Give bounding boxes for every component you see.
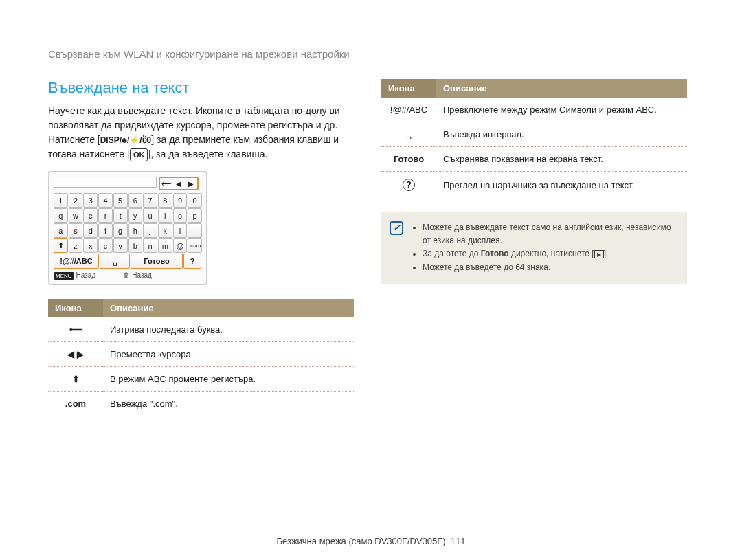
desc-cell: В режим ABC променте регистъра. (103, 367, 354, 392)
key (188, 223, 202, 238)
desc-cell: Премества курсора. (103, 342, 354, 367)
key: r (98, 208, 113, 223)
key: i (158, 208, 172, 223)
key: 0 (188, 193, 202, 208)
key: a (54, 223, 68, 238)
table-row: ◀ ▶Премества курсора. (48, 342, 354, 367)
key: d (83, 223, 98, 238)
th-icon: Икона (48, 299, 103, 317)
icon-table-left: Икона Описание ⟵Изтрива последната буква… (48, 299, 354, 416)
desc-cell: Превключете между режим Символи и режим … (436, 98, 687, 122)
note-box: ✓ Можете да въвеждате текст само на англ… (381, 212, 687, 284)
key: z (69, 238, 83, 253)
key: b (128, 238, 143, 253)
kb-nav: ⟵◀▶ (159, 177, 199, 190)
key: o (173, 208, 188, 223)
desc-cell: Въвежда ".com". (103, 392, 354, 416)
icon-cell: ␣ (381, 122, 436, 147)
intro-text: Научете как да въвеждате текст. Иконите … (48, 104, 354, 161)
key: q (54, 208, 68, 223)
table-row: .comВъвежда ".com". (48, 392, 354, 416)
key: k (158, 223, 172, 238)
icon-cell: ? (381, 172, 436, 199)
key: y (128, 208, 143, 223)
key: t (113, 208, 128, 223)
key: 8 (158, 193, 172, 208)
key: .com (188, 238, 202, 253)
key: m (158, 238, 172, 253)
key: x (83, 238, 98, 253)
icon-cell: .com (48, 392, 103, 416)
table-row: !@#/ABCПревключете между режим Символи и… (381, 98, 687, 122)
ok-icon: OK (130, 148, 148, 161)
key: ⬆ (54, 238, 68, 253)
key: @ (173, 238, 188, 253)
key: 1 (54, 193, 68, 208)
icon-cell: ⬆ (48, 367, 103, 392)
desc-cell: Въвежда интервал. (436, 122, 687, 147)
note-item: Можете да въвеждате текст само на англий… (423, 221, 677, 247)
key: 9 (173, 193, 188, 208)
key: 2 (69, 193, 83, 208)
key: w (69, 208, 83, 223)
page-header: Свързване към WLAN и конфигуриране на мр… (48, 48, 694, 60)
table-row: ␣Въвежда интервал. (381, 122, 687, 147)
key: 6 (128, 193, 143, 208)
key: f (98, 223, 113, 238)
table-row: ?Преглед на наръчника за въвеждане на те… (381, 172, 687, 199)
desc-cell: Преглед на наръчника за въвеждане на тек… (436, 172, 687, 199)
key: g (113, 223, 128, 238)
table-row: ⬆В режим ABC променте регистъра. (48, 367, 354, 392)
key: 4 (98, 193, 113, 208)
note-item: Можете да въведете до 64 знака. (423, 261, 677, 274)
disp-icon: DISP/♣/⚡/ὕ0 (100, 135, 152, 145)
icon-cell: ⟵ (48, 317, 103, 342)
note-icon: ✓ (390, 221, 403, 235)
keyboard-image: ⟵◀▶ 1234567890qwertyuiopasdfghjkl⬆zxcvbn… (48, 171, 207, 285)
desc-cell: Съхранява показания на екрана текст. (436, 147, 687, 172)
th-icon: Икона (381, 79, 436, 98)
note-item: За да отете до Готово директно, натиснет… (423, 247, 677, 260)
key: l (173, 223, 188, 238)
key: v (113, 238, 128, 253)
key: s (69, 223, 83, 238)
section-title: Въвеждане на текст (48, 79, 354, 97)
icon-cell: ◀ ▶ (48, 342, 103, 367)
key: p (188, 208, 202, 223)
key: 3 (83, 193, 98, 208)
icon-cell: !@#/ABC (381, 98, 436, 122)
key: u (143, 208, 157, 223)
th-desc: Описание (103, 299, 354, 317)
key: 7 (143, 193, 157, 208)
key: e (83, 208, 98, 223)
table-row: ГотовоСъхранява показания на екрана текс… (381, 147, 687, 172)
key: n (143, 238, 157, 253)
key: c (98, 238, 113, 253)
key: j (143, 223, 157, 238)
key: h (128, 223, 143, 238)
table-row: ⟵Изтрива последната буква. (48, 317, 354, 342)
icon-cell: Готово (381, 147, 436, 172)
th-desc: Описание (436, 79, 687, 98)
desc-cell: Изтрива последната буква. (103, 317, 354, 342)
icon-table-right: Икона Описание !@#/ABCПревключете между … (381, 79, 687, 198)
key: 5 (113, 193, 128, 208)
page-footer: Безжична мрежа (само DV300F/DV305F) 111 (0, 536, 742, 546)
